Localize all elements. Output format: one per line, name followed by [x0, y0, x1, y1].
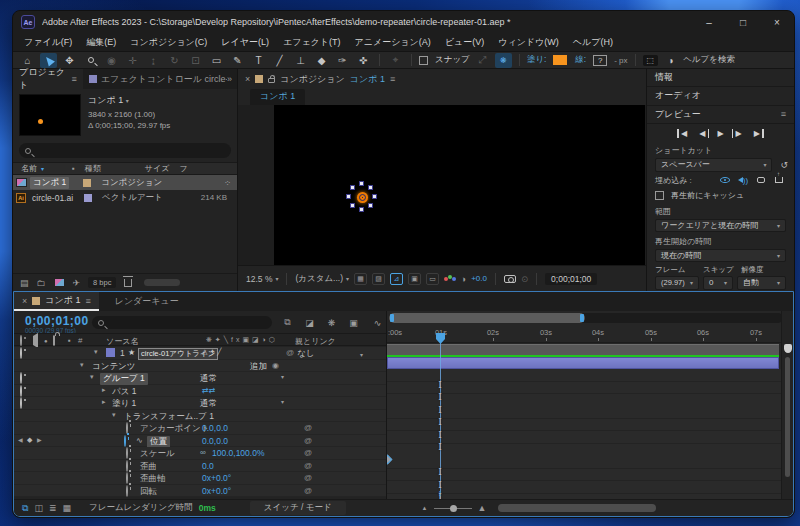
snap-checkbox[interactable] [419, 56, 428, 65]
resolution-dropdown[interactable]: (カスタム...)▾ [295, 273, 349, 285]
stroke-label[interactable]: 線: [575, 54, 586, 66]
selection-handle[interactable] [359, 181, 364, 186]
add-label[interactable]: 追加 [250, 361, 267, 373]
menu-help[interactable]: ヘルプ(H) [566, 36, 620, 49]
tab-overflow-icon[interactable]: » [227, 74, 237, 84]
twirl-open-icon[interactable]: ▾ [94, 348, 98, 356]
project-search-input[interactable] [19, 143, 231, 158]
minimize-button[interactable]: – [692, 11, 726, 33]
col-type[interactable]: 種類 [85, 163, 101, 174]
track-rows-background[interactable] [387, 369, 785, 499]
anchor-point[interactable] [359, 194, 366, 201]
pickwhip-icon[interactable]: @ [304, 486, 312, 495]
help-search-label[interactable]: ヘルプを検索 [683, 54, 735, 66]
contents-row[interactable]: ▾ コンテンツ 追加 ◉ [14, 360, 386, 373]
blend-mode-dropdown[interactable]: 通常▾ [200, 373, 284, 385]
zoom-in-mountain-icon[interactable]: ▲ [478, 503, 487, 513]
panel-menu-icon[interactable]: ≡ [72, 74, 77, 84]
export-icon[interactable] [772, 175, 786, 186]
brush-tool-icon[interactable]: ╱ [271, 53, 288, 68]
tab-effect-controls[interactable]: エフェクトコントロール circle-01 [83, 73, 227, 86]
menu-animation[interactable]: アニメーション(A) [348, 36, 438, 49]
skew-axis-row[interactable]: 歪曲軸 0x+0.0° @ [14, 472, 386, 485]
path-direction-icons[interactable]: ⇄⇄ [202, 386, 215, 395]
sort-icon[interactable]: ▾ [41, 165, 44, 172]
twirl-open-icon[interactable]: ▾ [80, 361, 84, 369]
grid-guides-icon[interactable]: ▦ [354, 273, 367, 285]
mask-visibility-icon[interactable]: ▣ [408, 273, 421, 285]
clone-stamp-tool-icon[interactable]: ⊥ [292, 53, 309, 68]
col-overflow[interactable]: フ [179, 163, 187, 174]
project-row-ai[interactable]: Ai circle-01.ai ベクトルアート 214 KB [13, 190, 237, 205]
pen-tool-icon[interactable]: ✎ [229, 53, 246, 68]
close-button[interactable]: × [760, 11, 794, 33]
current-timecode[interactable]: 0;00;01;00 [25, 314, 89, 328]
switch-mode-button[interactable]: スイッチ / モード [250, 501, 346, 515]
hide-shy-layers-icon[interactable]: ❋ [324, 316, 339, 329]
time-navigator-bar[interactable] [389, 313, 585, 323]
menu-effect[interactable]: エフェクト(T) [276, 36, 348, 49]
selection-handle[interactable] [346, 194, 351, 199]
rotation-tool-icon[interactable]: ↻ [166, 53, 183, 68]
visibility-eye-icon[interactable] [20, 373, 22, 383]
exposure-icon[interactable]: ◑ [461, 274, 466, 284]
layer-color-chip[interactable] [106, 348, 115, 357]
pan-camera-tool-icon[interactable]: ✛ [124, 53, 141, 68]
zoom-tool-icon[interactable] [82, 53, 99, 68]
parent-link-column[interactable]: 親とリンク [295, 336, 336, 347]
pickwhip-icon[interactable]: @ [304, 473, 312, 482]
work-area-bar[interactable] [387, 344, 779, 355]
twirl-closed-icon[interactable]: ▸ [102, 398, 106, 406]
add-icon[interactable]: ◉ [272, 361, 279, 370]
skew-axis-label[interactable]: 歪曲軸 [140, 473, 166, 485]
next-keyframe-icon[interactable]: ▶ [37, 436, 42, 443]
selection-handle[interactable] [359, 207, 364, 212]
align-icon[interactable]: ❋ [495, 53, 512, 68]
menu-composition[interactable]: コンポジション(C) [123, 36, 214, 49]
fill-label[interactable]: 塗り: [527, 54, 547, 66]
graph-icon[interactable]: ∿ [136, 436, 143, 445]
composition-viewer[interactable] [238, 105, 646, 265]
twirl-closed-icon[interactable]: ▸ [102, 386, 106, 394]
last-frame-button[interactable]: ▶ [753, 129, 761, 138]
audio-include-icon[interactable]: )) [736, 175, 750, 186]
stopwatch-icon[interactable] [126, 461, 128, 471]
maximize-button[interactable]: □ [726, 11, 760, 33]
render-settings-icon[interactable]: ▦ [63, 503, 72, 513]
workspace-chip[interactable]: ⬚ [643, 55, 659, 66]
stroke-width[interactable]: - px [614, 56, 627, 65]
timeline-track-area[interactable]: :00s 01s 02s 03s 04s 05s 06s 07s [386, 311, 785, 499]
twirl-open-icon[interactable]: ▾ [90, 373, 94, 381]
menu-view[interactable]: ビュー(V) [438, 36, 491, 49]
comp-name[interactable]: コンポ 1 [88, 94, 123, 107]
project-row-comp[interactable]: コンポ 1 コンポジション ⁘ [13, 175, 237, 190]
add-keyframe-icon[interactable]: ◆ [27, 436, 32, 444]
transform-label[interactable]: トランスフォーム..プ 1 [124, 411, 214, 423]
anchor-point-value[interactable]: 0.0,0.0 [202, 423, 228, 433]
frame-blending-icon[interactable]: ▣ [346, 316, 361, 329]
selection-handle[interactable] [372, 194, 377, 199]
position-row[interactable]: ◀ ◆ ▶ ∿ 位置 0.0,0.0 @ [14, 435, 386, 448]
col-name[interactable]: 名前 [13, 163, 37, 174]
position-value[interactable]: 0.0,0.0 [202, 436, 228, 446]
menu-window[interactable]: ウィンドウ(W) [491, 36, 566, 49]
stroke-value[interactable]: ? [593, 55, 607, 66]
navigator-start-handle[interactable] [390, 314, 394, 322]
number-column-icon[interactable]: # [78, 336, 82, 345]
panel-menu-icon[interactable]: ≡ [85, 296, 90, 306]
chevron-down-icon[interactable]: ▾ [126, 97, 129, 104]
navigator-end-handle[interactable] [580, 314, 584, 322]
composition-flowchart-icon[interactable]: ⧉ [280, 316, 295, 329]
panel-menu-icon[interactable]: ≡ [781, 109, 786, 119]
skip-dropdown[interactable]: 0▾ [703, 276, 733, 290]
eraser-tool-icon[interactable]: ◆ [313, 53, 330, 68]
playhead-end-marker[interactable]: ↕ [438, 488, 443, 498]
menu-edit[interactable]: 編集(E) [79, 36, 123, 49]
stopwatch-icon-active[interactable] [124, 436, 126, 446]
twirl-open-icon[interactable]: ▾ [112, 411, 116, 419]
stopwatch-icon[interactable] [126, 486, 128, 496]
interpret-footage-icon[interactable]: ▤ [20, 278, 29, 288]
info-panel-header[interactable]: 情報 [647, 69, 794, 87]
comp-canvas[interactable] [274, 105, 645, 265]
crop-icon[interactable]: ▭ [426, 273, 439, 285]
